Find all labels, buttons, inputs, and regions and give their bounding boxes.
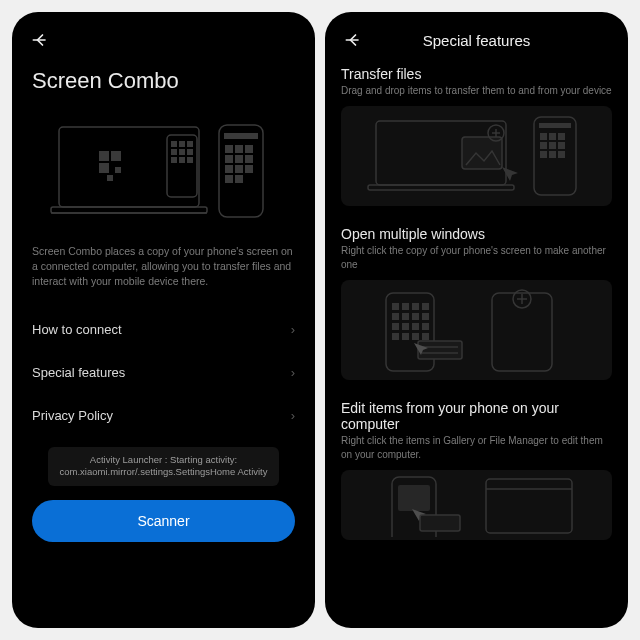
svg-rect-44 (558, 151, 565, 158)
svg-rect-27 (245, 165, 253, 173)
chevron-right-icon: › (291, 408, 295, 423)
chevron-right-icon: › (291, 322, 295, 337)
svg-rect-55 (402, 323, 409, 330)
svg-rect-66 (398, 485, 430, 511)
section-subtitle-windows: Right click the copy of your phone's scr… (341, 242, 612, 280)
svg-rect-15 (179, 157, 185, 163)
illustration-open-windows (341, 280, 612, 380)
svg-rect-62 (418, 341, 462, 359)
illustration-edit-items (341, 470, 612, 540)
svg-rect-59 (402, 333, 409, 340)
topbar-right: Special features (325, 12, 628, 60)
menu-item-label: Privacy Policy (32, 408, 113, 423)
page-title: Screen Combo (12, 60, 315, 106)
svg-rect-4 (99, 163, 109, 173)
menu-item-label: Special features (32, 365, 125, 380)
svg-rect-28 (225, 175, 233, 183)
header-title: Special features (341, 32, 612, 49)
svg-rect-16 (187, 157, 193, 163)
toast-message: Activity Launcher : Starting activity: c… (48, 447, 279, 487)
svg-rect-53 (422, 313, 429, 320)
svg-rect-46 (392, 303, 399, 310)
svg-rect-12 (179, 149, 185, 155)
svg-rect-18 (224, 133, 258, 139)
svg-rect-51 (402, 313, 409, 320)
svg-rect-37 (549, 133, 556, 140)
svg-rect-3 (111, 151, 121, 161)
svg-rect-54 (392, 323, 399, 330)
svg-rect-14 (171, 157, 177, 163)
svg-rect-43 (549, 151, 556, 158)
svg-rect-36 (540, 133, 547, 140)
menu-item-privacy-policy[interactable]: Privacy Policy › (22, 394, 305, 437)
section-subtitle-transfer: Drag and drop items to transfer them to … (341, 82, 612, 106)
svg-rect-29 (235, 175, 243, 183)
svg-rect-21 (245, 145, 253, 153)
svg-rect-8 (171, 141, 177, 147)
menu-item-label: How to connect (32, 322, 122, 337)
section-title-windows: Open multiple windows (341, 220, 612, 242)
svg-rect-39 (540, 142, 547, 149)
svg-rect-63 (492, 293, 552, 371)
menu-list: How to connect › Special features › Priv… (12, 304, 315, 437)
svg-rect-48 (412, 303, 419, 310)
svg-rect-60 (412, 333, 419, 340)
svg-rect-56 (412, 323, 419, 330)
svg-rect-67 (420, 515, 460, 531)
section-subtitle-edit: Right click the items in Gallery or File… (341, 432, 612, 470)
svg-rect-25 (225, 165, 233, 173)
svg-rect-49 (422, 303, 429, 310)
svg-rect-50 (392, 313, 399, 320)
topbar-left (12, 12, 315, 60)
svg-rect-41 (558, 142, 565, 149)
svg-rect-10 (187, 141, 193, 147)
svg-rect-23 (235, 155, 243, 163)
svg-rect-61 (422, 333, 429, 340)
svg-rect-47 (402, 303, 409, 310)
svg-rect-9 (179, 141, 185, 147)
svg-rect-0 (59, 127, 199, 207)
svg-rect-11 (171, 149, 177, 155)
svg-rect-24 (245, 155, 253, 163)
svg-rect-57 (422, 323, 429, 330)
svg-rect-38 (558, 133, 565, 140)
svg-rect-42 (540, 151, 547, 158)
svg-rect-6 (107, 175, 113, 181)
menu-item-special-features[interactable]: Special features › (22, 351, 305, 394)
svg-rect-58 (392, 333, 399, 340)
back-arrow-icon[interactable] (28, 28, 52, 52)
svg-rect-26 (235, 165, 243, 173)
svg-rect-35 (539, 123, 571, 128)
svg-rect-31 (368, 185, 514, 190)
scanner-button[interactable]: Scanner (32, 500, 295, 542)
svg-rect-1 (51, 207, 207, 213)
menu-item-how-to-connect[interactable]: How to connect › (22, 308, 305, 351)
chevron-right-icon: › (291, 365, 295, 380)
svg-rect-22 (225, 155, 233, 163)
svg-rect-68 (486, 479, 572, 533)
hero-illustration (32, 112, 295, 232)
svg-rect-32 (462, 137, 502, 169)
svg-rect-5 (115, 167, 121, 173)
svg-rect-2 (99, 151, 109, 161)
svg-rect-52 (412, 313, 419, 320)
svg-rect-20 (235, 145, 243, 153)
svg-rect-19 (225, 145, 233, 153)
section-title-transfer: Transfer files (341, 60, 612, 82)
features-scroll[interactable]: Transfer files Drag and drop items to tr… (325, 60, 628, 628)
phone-right: Special features Transfer files Drag and… (325, 12, 628, 628)
section-title-edit: Edit items from your phone on your compu… (341, 394, 612, 432)
svg-rect-13 (187, 149, 193, 155)
phone-left: Screen Combo (12, 12, 315, 628)
description-text: Screen Combo places a copy of your phone… (12, 242, 315, 304)
illustration-transfer-files (341, 106, 612, 206)
svg-rect-40 (549, 142, 556, 149)
